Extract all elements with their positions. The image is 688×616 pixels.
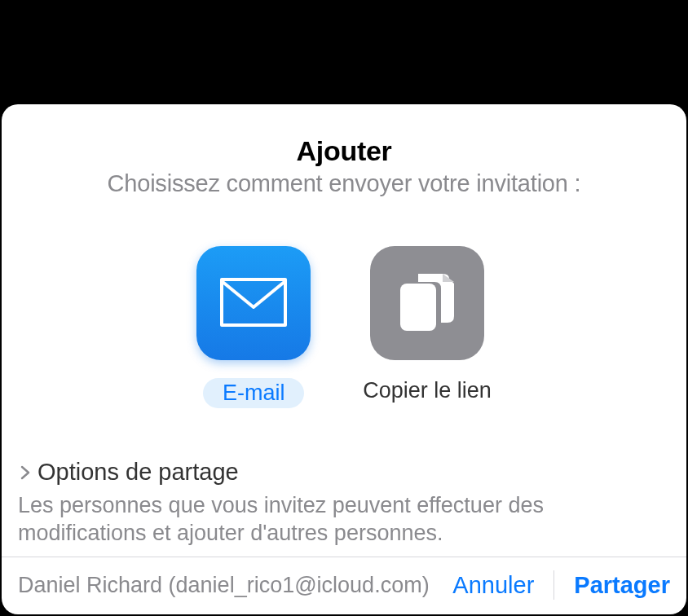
dialog-footer: Daniel Richard (daniel_rico1@icloud.com)… bbox=[2, 557, 686, 614]
sharing-options-description: Les personnes que vous invitez peuvent e… bbox=[18, 492, 670, 548]
dialog-subtitle: Choisissez comment envoyer votre invitat… bbox=[2, 170, 686, 197]
user-identity: Daniel Richard (daniel_rico1@icloud.com) bbox=[18, 573, 433, 598]
sharing-options-label: Options de partage bbox=[37, 459, 239, 486]
share-dialog: Ajouter Choisissez comment envoyer votre… bbox=[2, 104, 686, 614]
email-option-label: E-mail bbox=[203, 378, 305, 408]
copy-link-option[interactable]: Copier le lien bbox=[363, 246, 492, 408]
sharing-options-toggle[interactable]: Options de partage bbox=[18, 459, 670, 486]
dialog-title: Ajouter bbox=[2, 135, 686, 167]
copy-icon bbox=[370, 246, 484, 360]
cancel-button[interactable]: Annuler bbox=[433, 572, 553, 599]
copy-link-option-label: Copier le lien bbox=[363, 378, 492, 403]
send-options: E-mail Copier le lien bbox=[2, 246, 686, 408]
share-button[interactable]: Partager bbox=[554, 572, 670, 599]
chevron-right-icon bbox=[18, 465, 33, 480]
sharing-options-section: Options de partage Les personnes que vou… bbox=[2, 459, 686, 548]
dialog-header: Ajouter Choisissez comment envoyer votre… bbox=[2, 104, 686, 197]
svg-rect-0 bbox=[400, 284, 436, 331]
mail-icon bbox=[196, 246, 311, 360]
email-option[interactable]: E-mail bbox=[196, 246, 311, 408]
footer-buttons: Annuler Partager bbox=[433, 570, 670, 600]
